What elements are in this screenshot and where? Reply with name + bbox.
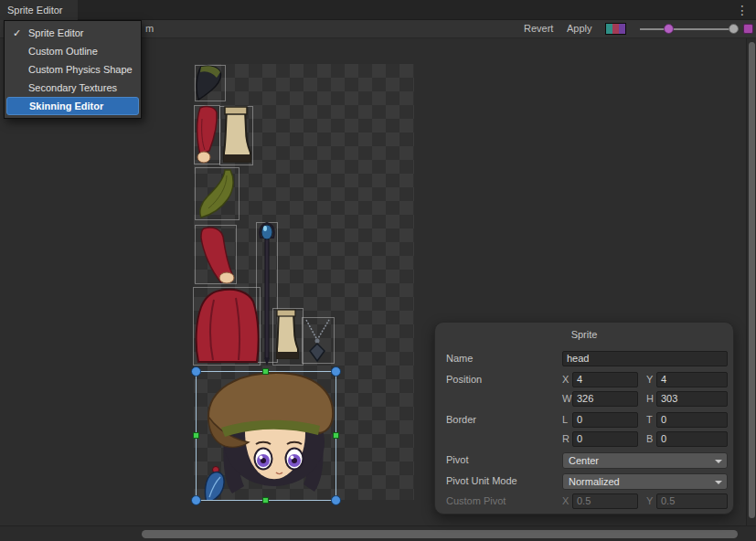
kebab-menu-icon[interactable]: ⋮	[736, 3, 749, 17]
horizontal-scrollbar-thumb[interactable]	[142, 530, 738, 538]
menu-item-skinning-editor[interactable]: Skinning Editor	[6, 97, 139, 115]
name-field[interactable]: head	[562, 351, 728, 366]
menu-item-label: Sprite Editor	[28, 27, 84, 38]
custom-pivot-label: Custom Pivot	[446, 495, 506, 506]
position-y-field[interactable]: 4	[656, 372, 728, 387]
menu-item-label: Custom Physics Shape	[28, 64, 133, 75]
toolbar-partial-label[interactable]: m	[145, 23, 154, 34]
window-title[interactable]: Sprite Editor	[0, 0, 78, 20]
border-t-field[interactable]: 0	[656, 412, 728, 428]
corner-handle-top-left[interactable]	[191, 366, 201, 377]
pivot-unit-mode-dropdown[interactable]: Normalized	[562, 473, 728, 490]
edge-handle-top[interactable]	[262, 368, 269, 375]
position-w-field[interactable]: 326	[572, 391, 638, 407]
position-label: Position	[446, 374, 482, 385]
border-l-field[interactable]: 0	[572, 412, 638, 428]
sprite-cape[interactable]	[197, 290, 259, 362]
sprite-hood[interactable]	[197, 66, 220, 100]
chevron-down-icon	[715, 481, 722, 484]
title-bar: Sprite Editor ⋮	[0, 0, 756, 20]
border-r-prefix: R	[562, 433, 570, 444]
custom-pivot-y-field: 0.5	[656, 493, 728, 509]
menu-item-custom-outline[interactable]: Custom Outline	[6, 42, 139, 60]
position-y-prefix: Y	[646, 374, 653, 385]
menu-item-secondary-textures[interactable]: Secondary Textures	[6, 79, 139, 97]
menu-item-label: Skinning Editor	[29, 101, 103, 111]
pivot-label: Pivot	[446, 454, 468, 465]
sprite-editor-window: { "window": { "title": "Sprite Editor", …	[0, 0, 756, 541]
horizontal-scrollbar[interactable]	[0, 525, 756, 541]
position-h-prefix: H	[646, 393, 654, 404]
selection-rect[interactable]	[196, 371, 336, 501]
position-x-prefix: X	[562, 374, 569, 385]
sprite-inspector-panel: Sprite Name head Position X 4 Y 4 W 326 …	[434, 322, 734, 514]
chevron-down-icon	[715, 460, 722, 463]
pivot-unit-mode-value: Normalized	[569, 476, 620, 487]
custom-pivot-y-prefix: Y	[646, 495, 653, 506]
custom-pivot-x-field: 0.5	[572, 493, 638, 509]
menu-item-label: Secondary Textures	[28, 82, 117, 93]
corner-handle-bottom-right[interactable]	[331, 495, 341, 505]
custom-pivot-x-prefix: X	[562, 495, 569, 506]
pivot-dropdown[interactable]: Center	[562, 452, 728, 469]
sprite-boot-1[interactable]	[224, 107, 250, 162]
menu-item-sprite-editor[interactable]: ✓ Sprite Editor	[6, 24, 139, 42]
border-b-field[interactable]: 0	[656, 431, 728, 447]
name-label: Name	[446, 353, 473, 364]
edge-handle-left[interactable]	[193, 432, 199, 439]
sprite-staff[interactable]	[260, 223, 273, 366]
corner-handle-bottom-left[interactable]	[191, 495, 201, 505]
sprite-arm-lower[interactable]	[201, 228, 234, 283]
zoom-slider-handle[interactable]	[664, 24, 674, 34]
color-gradient-icon[interactable]	[605, 23, 626, 35]
pivot-value: Center	[569, 455, 599, 466]
border-t-prefix: T	[646, 414, 653, 425]
checkmark-icon: ✓	[13, 24, 21, 42]
edge-handle-bottom[interactable]	[262, 497, 269, 504]
zoom-slider-track[interactable]	[640, 28, 739, 30]
edge-handle-right[interactable]	[333, 432, 339, 439]
vertical-scrollbar-thumb[interactable]	[749, 42, 755, 518]
sprite-boot-2[interactable]	[277, 310, 298, 358]
apply-button[interactable]: Apply	[567, 23, 592, 34]
position-h-field[interactable]: 303	[656, 391, 728, 407]
menu-item-label: Custom Outline	[28, 46, 98, 57]
vertical-scrollbar[interactable]	[746, 38, 756, 525]
border-r-field[interactable]: 0	[572, 431, 638, 447]
menu-item-custom-physics-shape[interactable]: Custom Physics Shape	[6, 60, 139, 79]
sprite-editor-mode-menu: ✓ Sprite Editor Custom Outline Custom Ph…	[4, 20, 142, 119]
texture-filter-icon[interactable]	[743, 24, 753, 34]
position-x-field[interactable]: 4	[572, 372, 638, 387]
corner-handle-top-right[interactable]	[331, 366, 341, 377]
position-w-prefix: W	[562, 393, 571, 404]
border-label: Border	[446, 414, 476, 425]
sprite-amulet[interactable]	[306, 320, 329, 361]
revert-button[interactable]: Revert	[524, 23, 553, 34]
border-l-prefix: L	[562, 414, 568, 425]
border-b-prefix: B	[646, 433, 653, 444]
pivot-unit-mode-label: Pivot Unit Mode	[446, 475, 517, 486]
panel-title: Sprite	[435, 329, 733, 340]
sprite-arm-upper[interactable]	[197, 107, 218, 163]
sprite-scarf[interactable]	[200, 170, 233, 217]
slider-handle-secondary[interactable]	[729, 24, 739, 34]
